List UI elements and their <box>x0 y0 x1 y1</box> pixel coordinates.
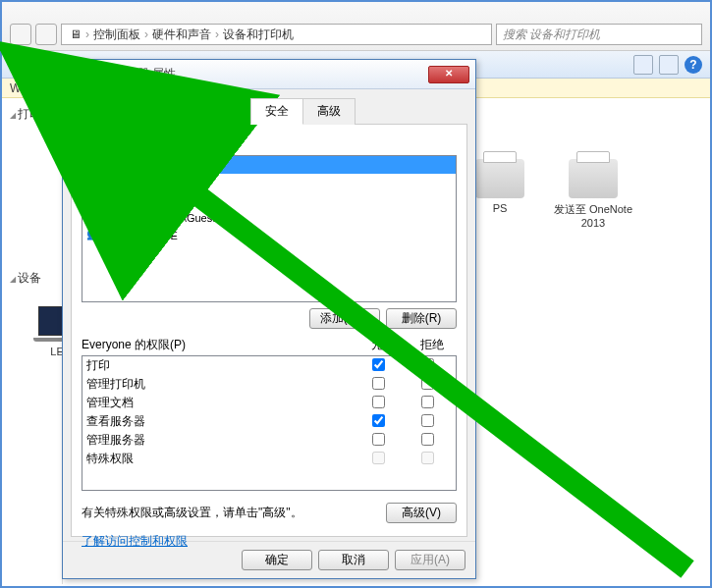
search-input[interactable]: 搜索 设备和打印机 <box>496 24 702 45</box>
view-icon[interactable] <box>633 55 653 75</box>
tab-content: 组或用户名(G): Everyone CREATOR OWNER Adminis… <box>71 125 467 537</box>
user-row-administrators[interactable]: Administrators <box>82 191 456 209</box>
advanced-text: 有关特殊权限或高级设置，请单击"高级"。 <box>82 505 386 521</box>
deny-column: 拒绝 <box>408 337 457 353</box>
sidebar-item-devices[interactable]: 设备 <box>10 270 56 287</box>
printer-icon <box>475 159 524 198</box>
breadcrumb[interactable]: 🖥 › 控制面板 › 硬件和声音 › 设备和打印机 <box>61 24 492 45</box>
toolbar-add-device[interactable]: 添加设 <box>10 56 45 73</box>
allow-checkbox[interactable] <box>372 433 385 446</box>
tab-ports[interactable]: 端口 <box>123 98 176 125</box>
user-icon <box>86 175 102 190</box>
perm-row: 查看服务器 <box>82 412 456 431</box>
dialog-title: 打印服务器 属性 <box>90 66 428 82</box>
perm-row: 打印 <box>82 356 456 375</box>
printer-icon <box>69 67 84 82</box>
explorer-header: 🖥 › 控制面板 › 硬件和声音 › 设备和打印机 搜索 设备和打印机 <box>2 2 710 51</box>
apply-button[interactable]: 应用(A) <box>395 550 466 570</box>
tabs: 表单 端口 驱动程序 安全 高级 <box>71 97 467 125</box>
allow-checkbox[interactable] <box>372 377 385 390</box>
device-ps[interactable]: PS <box>475 159 524 214</box>
deny-checkbox <box>421 452 434 464</box>
user-row-everyone[interactable]: Everyone <box>82 156 456 174</box>
remove-button[interactable]: 删除(R) <box>386 308 457 329</box>
permissions-table: 打印 管理打印机 管理文档 查看服务器 管理服务器 特殊权限 <box>82 355 457 491</box>
add-button[interactable]: 添加(D)... <box>309 308 380 329</box>
sidebar-item-printers[interactable]: 打印 <box>10 106 56 123</box>
cancel-button[interactable]: 取消 <box>318 550 389 570</box>
print-server-properties-dialog: 打印服务器 属性 ✕ 表单 端口 驱动程序 安全 高级 组或用户名(G): Ev… <box>62 59 476 579</box>
group-icon <box>86 210 102 226</box>
tab-forms[interactable]: 表单 <box>71 98 124 125</box>
allow-column: 允许 <box>358 337 408 353</box>
user-row-guests[interactable]: Guests (USER- \Guests) <box>82 209 456 227</box>
allow-checkbox[interactable] <box>372 396 385 408</box>
options-icon[interactable] <box>659 55 679 75</box>
allow-checkbox <box>372 452 385 464</box>
deny-checkbox[interactable] <box>421 396 434 408</box>
tab-drivers[interactable]: 驱动程序 <box>175 98 251 125</box>
group-icon <box>86 192 102 208</box>
forward-button[interactable] <box>35 24 57 45</box>
allow-checkbox[interactable] <box>372 358 385 371</box>
user-row-interactive[interactable]: INTERACTIVE <box>82 227 456 244</box>
perm-row: 管理打印机 <box>82 375 456 394</box>
allow-checkbox[interactable] <box>372 414 385 427</box>
ok-button[interactable]: 确定 <box>242 550 312 570</box>
device-onenote[interactable]: 发送至 OneNote 2013 <box>544 159 642 229</box>
deny-checkbox[interactable] <box>421 358 434 371</box>
group-icon <box>86 157 102 173</box>
users-list[interactable]: Everyone CREATOR OWNER Administrators Gu… <box>82 155 457 302</box>
tab-advanced[interactable]: 高级 <box>302 98 356 125</box>
printer-icon <box>569 159 618 198</box>
advanced-button[interactable]: 高级(V) <box>386 503 457 523</box>
learn-more-link[interactable]: 了解访问控制和权限 <box>82 533 188 550</box>
group-icon <box>86 228 102 243</box>
perm-row: 管理服务器 <box>82 431 456 450</box>
dialog-titlebar[interactable]: 打印服务器 属性 ✕ <box>63 60 475 89</box>
user-row-creator[interactable]: CREATOR OWNER <box>82 174 456 191</box>
perm-row: 管理文档 <box>82 394 456 412</box>
perm-row: 特殊权限 <box>82 450 456 468</box>
help-icon[interactable]: ? <box>685 56 702 74</box>
deny-checkbox[interactable] <box>421 377 434 390</box>
deny-checkbox[interactable] <box>421 414 434 427</box>
back-button[interactable] <box>10 24 31 45</box>
folder-icon: 🖥 <box>70 27 82 41</box>
groups-label: 组或用户名(G): <box>82 134 457 151</box>
deny-checkbox[interactable] <box>421 433 434 446</box>
permissions-label: Everyone 的权限(P) <box>82 337 358 353</box>
tab-security[interactable]: 安全 <box>250 98 303 125</box>
close-button[interactable]: ✕ <box>428 66 469 83</box>
